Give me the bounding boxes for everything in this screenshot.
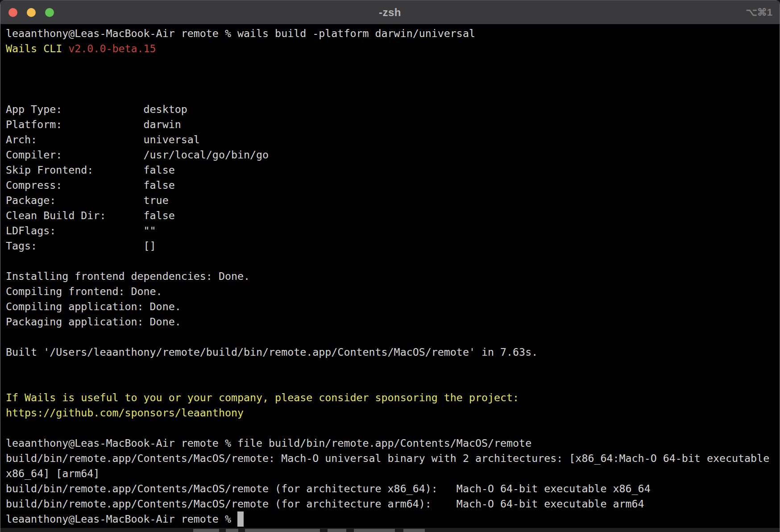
terminal-text-segment: x86_64] [arm64] — [6, 467, 100, 479]
terminal-line — [6, 87, 780, 102]
terminal-line: https://github.com/sponsors/leaanthony — [6, 405, 780, 420]
terminal-line — [6, 360, 780, 375]
terminal-cursor — [237, 511, 244, 527]
terminal-line: leaanthony@Leas-MacBook-Air remote % — [6, 511, 780, 527]
terminal-text-segment: build/bin/remote.app/Contents/MacOS/remo… — [6, 452, 769, 464]
terminal-line: Platform: darwin — [6, 117, 780, 132]
terminal-text-segment: leaanthony@Leas-MacBook-Air remote % — [6, 513, 237, 525]
terminal-text-segment: Tags: [] — [6, 240, 156, 252]
traffic-lights — [8, 0, 54, 25]
zoom-button[interactable] — [45, 8, 54, 17]
title-bar[interactable]: -zsh ⌥⌘1 — [0, 0, 780, 24]
terminal-line — [6, 56, 780, 71]
terminal-line: App Type: desktop — [6, 102, 780, 117]
terminal-line: leaanthony@Leas-MacBook-Air remote % wai… — [6, 26, 780, 41]
terminal-line: Clean Build Dir: false — [6, 208, 780, 223]
terminal-line: Arch: universal — [6, 132, 780, 147]
terminal-line: build/bin/remote.app/Contents/MacOS/remo… — [6, 451, 780, 466]
terminal-line — [6, 375, 780, 390]
terminal-text-segment: leaanthony@Leas-MacBook-Air remote % wai… — [6, 27, 475, 39]
terminal-text-segment: Wails CLI — [6, 42, 68, 54]
terminal-text-segment: Compiling frontend: Done. — [6, 285, 162, 297]
terminal-line: Packaging application: Done. — [6, 314, 780, 329]
terminal-line: Compiling frontend: Done. — [6, 284, 780, 299]
terminal-text-segment: Compress: false — [6, 179, 175, 191]
terminal-line: build/bin/remote.app/Contents/MacOS/remo… — [6, 496, 780, 511]
tab-shortcut-label: ⌥⌘1 — [746, 0, 772, 25]
terminal-window: -zsh ⌥⌘1 leaanthony@Leas-MacBook-Air rem… — [0, 0, 780, 532]
terminal-text-segment: Clean Build Dir: false — [6, 209, 175, 221]
terminal-text-segment: Platform: darwin — [6, 118, 181, 130]
terminal-line: Tags: [] — [6, 238, 780, 254]
terminal-text-segment: Skip Frontend: false — [6, 164, 175, 176]
terminal-line — [6, 329, 780, 345]
terminal-text-segment: leaanthony@Leas-MacBook-Air remote % fil… — [6, 437, 531, 449]
terminal-line: If Wails is useful to you or your compan… — [6, 390, 780, 405]
terminal-text-segment: build/bin/remote.app/Contents/MacOS/remo… — [6, 498, 644, 510]
window-title: -zsh — [379, 6, 401, 19]
terminal-line — [6, 71, 780, 87]
terminal-text-segment: https://github.com/sponsors/leaanthony — [6, 407, 244, 419]
terminal-text-segment: build/bin/remote.app/Contents/MacOS/remo… — [6, 482, 651, 495]
terminal-text-segment: Packaging application: Done. — [6, 316, 181, 328]
terminal-line: Wails CLI v2.0.0-beta.15 — [6, 41, 780, 56]
terminal-text-segment: App Type: desktop — [6, 103, 187, 115]
terminal-text-segment: LDFlags: "" — [6, 224, 156, 237]
terminal-text-segment: Package: true — [6, 194, 169, 206]
terminal-line: Skip Frontend: false — [6, 162, 780, 178]
terminal-text-segment: Arch: universal — [6, 133, 200, 145]
terminal-text-segment: Built '/Users/leaanthony/remote/build/bi… — [6, 346, 538, 358]
terminal-line — [6, 254, 780, 269]
terminal-line: build/bin/remote.app/Contents/MacOS/remo… — [6, 481, 780, 496]
terminal-line: Installing frontend dependencies: Done. — [6, 269, 780, 284]
terminal-line — [6, 420, 780, 436]
terminal-text-segment: v2.0.0-beta.15 — [68, 42, 156, 54]
clipped-background-artifact — [0, 528, 780, 532]
terminal-line: Built '/Users/leaanthony/remote/build/bi… — [6, 345, 780, 360]
terminal-line: Compiling application: Done. — [6, 299, 780, 314]
minimize-button[interactable] — [27, 8, 36, 17]
terminal-line: LDFlags: "" — [6, 223, 780, 238]
terminal-line: leaanthony@Leas-MacBook-Air remote % fil… — [6, 436, 780, 451]
terminal-text-segment: Compiler: /usr/local/go/bin/go — [6, 149, 269, 161]
terminal-text-segment: Installing frontend dependencies: Done. — [6, 270, 250, 282]
terminal-text-segment: Compiling application: Done. — [6, 300, 181, 312]
terminal-screen[interactable]: leaanthony@Leas-MacBook-Air remote % wai… — [0, 24, 780, 532]
close-button[interactable] — [8, 8, 17, 17]
terminal-line: x86_64] [arm64] — [6, 466, 780, 481]
terminal-line: Compress: false — [6, 178, 780, 193]
terminal-line: Compiler: /usr/local/go/bin/go — [6, 147, 780, 162]
terminal-line: Package: true — [6, 193, 780, 208]
terminal-text-segment: If Wails is useful to you or your compan… — [6, 391, 519, 403]
